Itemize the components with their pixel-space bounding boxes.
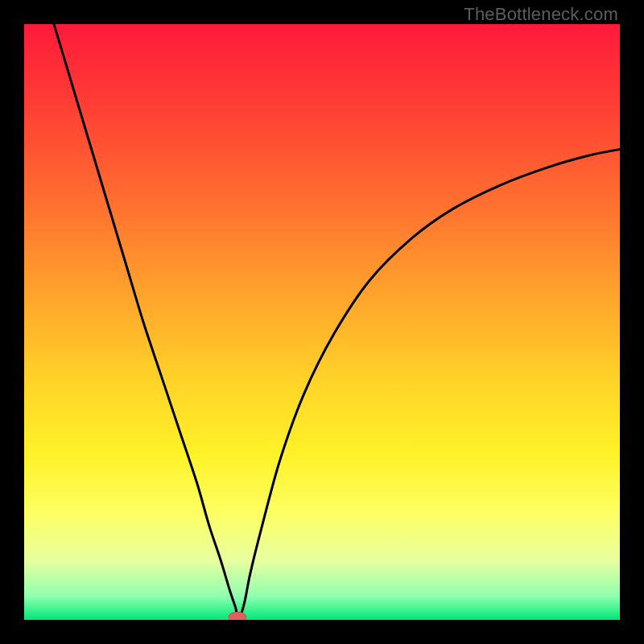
plot-area [24,24,620,620]
curve-layer [24,24,620,620]
chart-frame: TheBottleneck.com [0,0,644,644]
watermark-text: TheBottleneck.com [464,4,618,25]
bottleneck-curve [54,24,620,620]
optimal-marker [229,612,246,620]
